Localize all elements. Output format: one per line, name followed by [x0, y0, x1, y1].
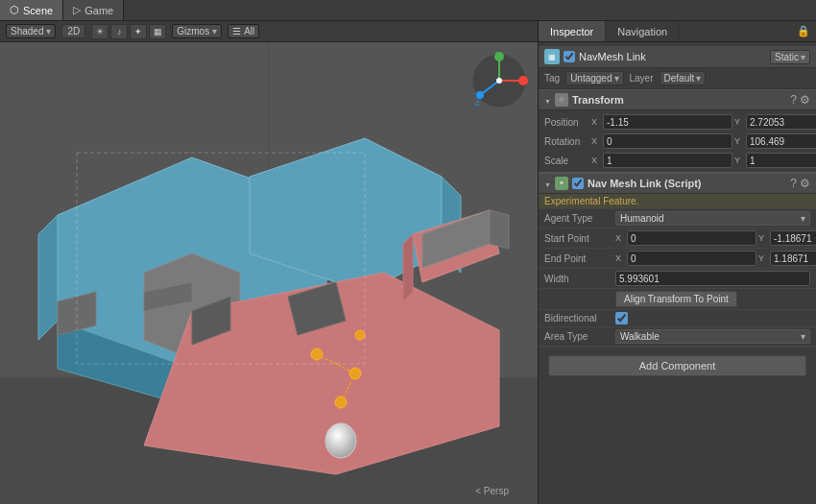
persp-label: < Persp: [475, 486, 509, 496]
width-label: Width: [544, 274, 612, 284]
grid-icon-btn[interactable]: ▦: [149, 24, 166, 39]
pos-y-input[interactable]: [746, 114, 816, 130]
pos-y-label: Y: [734, 117, 744, 127]
rot-x-input[interactable]: [603, 133, 732, 149]
rot-y-input[interactable]: [746, 133, 816, 149]
script-doc-icon[interactable]: ?: [790, 177, 797, 190]
rotation-label: Rotation: [544, 136, 588, 147]
audio-icon-btn[interactable]: ♪: [110, 24, 128, 39]
position-label: Position: [544, 117, 588, 128]
script-active-checkbox[interactable]: [572, 178, 584, 189]
scale-row: Scale X Y Z: [539, 151, 816, 170]
transform-title: Transform: [572, 94, 786, 106]
game-tab[interactable]: ▷ Game: [63, 0, 124, 20]
script-cog-icon[interactable]: ⚙: [800, 177, 810, 190]
scene-toolbar: Shaded 2D ☀ ♪ ✦ ▦ Gizmos ☰ All: [0, 21, 538, 42]
gizmos-chevron: [212, 26, 217, 36]
static-button[interactable]: Static: [770, 50, 810, 64]
agent-type-dropdown[interactable]: Humanoid: [615, 211, 810, 226]
start-y-input[interactable]: [770, 230, 816, 246]
static-chevron: [801, 52, 805, 62]
end-x-input[interactable]: [627, 251, 756, 266]
scene-svg: [0, 42, 538, 504]
agent-type-row: Agent Type Humanoid: [539, 209, 816, 228]
start-x-input[interactable]: [627, 230, 756, 246]
script-icon: ✦: [555, 177, 568, 190]
svg-text:X: X: [525, 78, 528, 84]
all-dropdown[interactable]: ☰ All: [228, 24, 259, 38]
svg-point-37: [496, 78, 502, 84]
transform-doc-icon[interactable]: ?: [790, 93, 797, 107]
2d-button[interactable]: 2D: [61, 24, 85, 38]
shaded-chevron: [46, 26, 51, 36]
all-text: All: [244, 26, 254, 36]
scale-y-input[interactable]: [746, 153, 816, 168]
toolbar-icons: ☀ ♪ ✦ ▦: [91, 24, 166, 39]
pos-x-input[interactable]: [603, 114, 732, 130]
agent-type-chevron: [801, 213, 805, 224]
transform-icon: ⊹: [555, 93, 568, 107]
align-row: Align Transform To Point: [539, 289, 816, 310]
orientation-gizmo[interactable]: Y X Z: [470, 52, 528, 109]
width-input[interactable]: [615, 271, 810, 286]
all-label: ☰: [232, 26, 241, 36]
transform-header[interactable]: ⊹ Transform ? ⚙: [539, 89, 816, 110]
start-point-row: Start Point X Y Z: [539, 228, 816, 249]
position-row: Position X Y Z: [539, 112, 816, 132]
inspector-tabs-row: Inspector Navigation 🔒: [539, 21, 816, 42]
script-body: Experimental Feature. Agent Type Humanoi…: [539, 194, 816, 347]
end-point-row: End Point X Y Z: [539, 249, 816, 269]
top-tab-bar: ⬡ Scene ▷ Game: [0, 0, 816, 21]
transform-component: ⊹ Transform ? ⚙ Position X Y: [539, 89, 816, 172]
align-transform-button[interactable]: Align Transform To Point: [615, 291, 737, 307]
scale-x-input[interactable]: [603, 153, 732, 168]
tag-value: Untagged: [570, 73, 612, 84]
navigation-tab[interactable]: Navigation: [606, 21, 680, 41]
width-row: Width: [539, 269, 816, 289]
gizmos-dropdown[interactable]: Gizmos: [172, 24, 222, 38]
area-type-chevron: [801, 331, 805, 342]
svg-text:Y: Y: [495, 52, 500, 56]
shaded-dropdown[interactable]: Shaded: [6, 24, 56, 38]
script-title: Nav Mesh Link (Script): [588, 178, 786, 189]
transform-cog-icon[interactable]: ⚙: [800, 93, 810, 107]
tag-dropdown[interactable]: Untagged: [565, 71, 623, 85]
position-xyz: X Y Z: [591, 114, 816, 130]
game-icon: ▷: [73, 4, 81, 16]
inspector-content: ▦ NavMesh Link Static Tag Untagged Layer…: [539, 42, 816, 504]
gameobj-active-checkbox[interactable]: [564, 51, 575, 62]
add-component-button[interactable]: Add Component: [548, 355, 806, 376]
end-x-label: X: [615, 253, 625, 263]
area-type-row: Area Type Walkable: [539, 327, 816, 347]
start-x-label: X: [615, 233, 625, 243]
svg-marker-23: [490, 210, 509, 249]
bidirectional-checkbox[interactable]: [615, 312, 628, 324]
main-layout: Shaded 2D ☀ ♪ ✦ ▦ Gizmos ☰ All: [0, 21, 816, 504]
static-label: Static: [775, 52, 799, 62]
area-type-dropdown[interactable]: Walkable: [615, 329, 810, 344]
effect-icon-btn[interactable]: ✦: [130, 24, 147, 39]
scene-icon: ⬡: [10, 4, 19, 16]
scale-x-label: X: [591, 156, 601, 165]
layer-dropdown[interactable]: Default: [660, 71, 707, 85]
tag-chevron: [614, 73, 619, 84]
end-point-xyz: X Y Z: [615, 251, 816, 266]
area-type-value: Walkable: [620, 331, 660, 342]
transform-settings: ? ⚙: [790, 93, 810, 107]
navmesh-script-header[interactable]: ✦ Nav Mesh Link (Script) ? ⚙: [539, 172, 816, 194]
game-tab-label: Game: [84, 5, 113, 16]
end-y-input[interactable]: [770, 251, 816, 266]
svg-point-20: [355, 330, 365, 340]
layer-chevron: [696, 73, 701, 84]
light-icon-btn[interactable]: ☀: [91, 24, 108, 39]
rot-x-label: X: [591, 136, 601, 146]
tag-label: Tag: [544, 73, 560, 84]
add-component-section: Add Component: [539, 347, 816, 384]
lock-icon[interactable]: 🔒: [791, 21, 816, 41]
svg-point-21: [325, 423, 356, 458]
inspector-tab[interactable]: Inspector: [539, 21, 606, 41]
bidirectional-row: Bidirectional: [539, 310, 816, 327]
agent-type-label: Agent Type: [544, 213, 612, 224]
scene-tab[interactable]: ⬡ Scene: [0, 0, 63, 20]
transform-collapse-icon: [544, 94, 551, 106]
